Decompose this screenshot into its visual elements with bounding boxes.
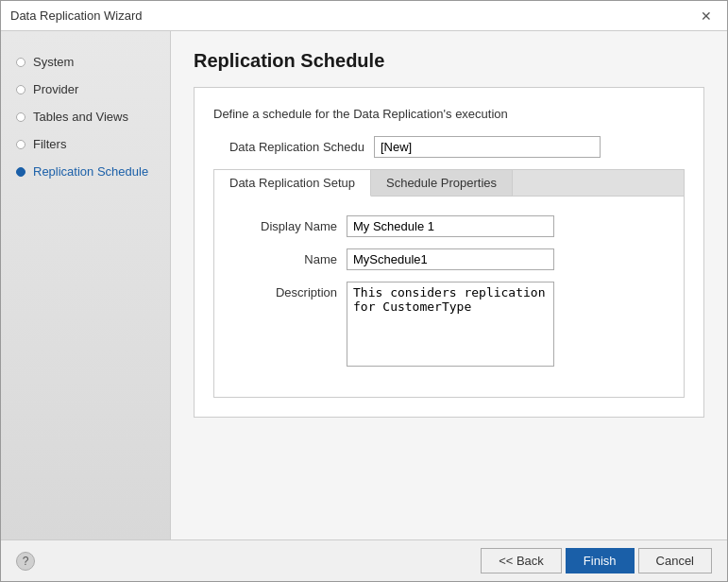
tabs-header: Data Replication Setup Schedule Properti… <box>214 170 684 197</box>
cancel-button[interactable]: Cancel <box>638 548 712 573</box>
name-row: Name <box>233 248 665 270</box>
title-bar: Data Replication Wizard ✕ <box>1 1 727 31</box>
sidebar-item-filters[interactable]: Filters <box>1 132 170 156</box>
close-button[interactable]: ✕ <box>695 8 718 25</box>
help-button[interactable]: ? <box>16 552 35 571</box>
schedule-dropdown-row: Data Replication Schedu [New] <box>213 136 685 158</box>
sidebar-dot-tables-views <box>16 112 25 122</box>
main-content: System Provider Tables and Views Filters… <box>1 31 727 539</box>
sidebar-dot-system <box>16 58 25 67</box>
display-name-input[interactable] <box>347 215 554 237</box>
name-input[interactable] <box>347 248 554 270</box>
back-button[interactable]: << Back <box>481 548 562 573</box>
sidebar-item-tables-views[interactable]: Tables and Views <box>1 105 170 128</box>
sidebar-label-replication-schedule: Replication Schedule <box>33 164 148 179</box>
sidebar: System Provider Tables and Views Filters… <box>1 31 171 539</box>
display-name-label: Display Name <box>233 215 347 233</box>
schedule-field-label: Data Replication Schedu <box>213 140 374 154</box>
sidebar-dot-provider <box>16 85 25 94</box>
content-area: Replication Schedule Define a schedule f… <box>171 31 727 539</box>
name-label: Name <box>233 248 347 266</box>
schedule-dropdown-wrapper: [New] <box>374 136 601 158</box>
sidebar-label-provider: Provider <box>33 82 78 96</box>
finish-button[interactable]: Finish <box>566 548 635 573</box>
tab-data-replication-setup[interactable]: Data Replication Setup <box>214 170 371 197</box>
sidebar-label-system: System <box>33 55 74 69</box>
description-textarea[interactable] <box>347 282 554 367</box>
description-row: Description <box>233 282 665 367</box>
footer: ? << Back Finish Cancel <box>1 539 727 581</box>
sidebar-label-tables-views: Tables and Views <box>33 110 128 124</box>
window-title: Data Replication Wizard <box>10 9 142 23</box>
display-name-row: Display Name <box>233 215 665 237</box>
sidebar-item-system[interactable]: System <box>1 50 170 74</box>
sidebar-item-replication-schedule[interactable]: Replication Schedule <box>1 160 170 183</box>
page-title: Replication Schedule <box>194 50 704 72</box>
schedule-panel: Define a schedule for the Data Replicati… <box>194 87 704 418</box>
sidebar-dot-replication-schedule <box>16 167 25 177</box>
wizard-window: Data Replication Wizard ✕ System Provide… <box>0 0 728 582</box>
schedule-dropdown[interactable]: [New] <box>374 136 601 158</box>
footer-left: ? <box>16 552 477 571</box>
sidebar-label-filters: Filters <box>33 137 66 151</box>
tab-schedule-properties[interactable]: Schedule Properties <box>371 170 513 196</box>
tabs-container: Data Replication Setup Schedule Properti… <box>213 169 685 398</box>
sidebar-dot-filters <box>16 140 25 149</box>
sidebar-item-provider[interactable]: Provider <box>1 77 170 101</box>
description-label: Description <box>233 282 347 300</box>
info-text: Define a schedule for the Data Replicati… <box>213 107 685 121</box>
tab-content-data-replication-setup: Display Name Name Description <box>214 197 684 397</box>
